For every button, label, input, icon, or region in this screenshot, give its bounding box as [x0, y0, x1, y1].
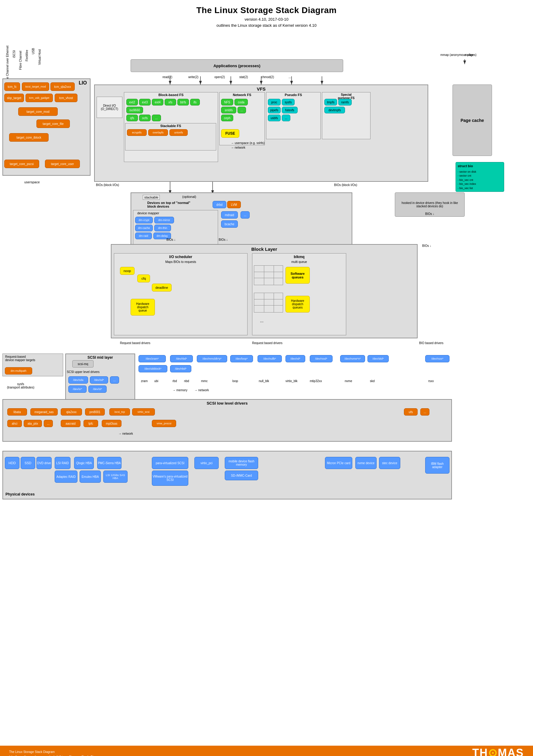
dm-mirror-box: dm-mirror	[154, 217, 174, 224]
target-core-mod-box: target_core_mod	[18, 107, 58, 116]
io-scheduler-section: I/O scheduler Maps BIOs to requests	[114, 253, 247, 335]
btrfs-box: btrfs	[177, 99, 189, 105]
hw-dispatch-box2: Hardwaredispatchqueues	[286, 296, 310, 312]
dev-rssd-box: /dev/rssd*	[310, 355, 333, 362]
maps-bios-label: Maps BIOs to requests	[165, 260, 196, 263]
sysfs-box: sysfs	[282, 99, 294, 105]
memory-label: → memory	[172, 389, 188, 392]
footer-logo: TH⊙MASKRENN®	[472, 746, 524, 756]
futexfs-box: futexfs	[282, 107, 298, 113]
ext3-box: ext3	[139, 99, 151, 105]
virtio-pci-box: virtio_pci	[194, 457, 219, 469]
malloc-label: malloc	[465, 53, 473, 57]
tcm-fc-box: tcm_fc	[4, 82, 20, 91]
footer: The Linux Storage Stack Diagram http://w…	[0, 746, 533, 756]
virtual-host-label: Virtual Host	[37, 40, 42, 74]
pm8001-box: pm8001	[85, 408, 105, 416]
ext4-box: ext4	[152, 99, 164, 105]
dots-blkmq: ...	[260, 318, 264, 323]
ssd-box: SSD	[21, 457, 35, 469]
footer-text: The Linux Storage Stack Diagram http://w…	[9, 750, 111, 756]
ocfs-box: ocfs	[139, 115, 151, 121]
ceph-box: ceph	[221, 115, 233, 121]
nvme-device-box: nvme device	[355, 457, 377, 469]
ahci-box: ahci	[7, 420, 22, 427]
dots-pseudo-box: ...	[282, 115, 290, 121]
dev-rsxx-box: /dev/rsxx*	[425, 355, 449, 362]
iscsi-label: iSCSI	[11, 40, 17, 68]
mtip32xx-label: mtip32xx	[310, 379, 322, 383]
physical-devices-label: Physical devices	[6, 492, 35, 497]
devices-on-top-label: Devices on top of "normal"block devices	[147, 201, 190, 208]
usbfs-box: usbfs	[268, 115, 281, 121]
bcache-box: bcache	[221, 220, 238, 228]
skd-label: skd	[370, 379, 375, 383]
sw-queues-box: Softwarequeues	[286, 267, 310, 284]
fuse-box: FUSE	[221, 129, 239, 138]
scsi-mid-label: SCSI mid layer	[88, 355, 113, 360]
page-cache-box: Page cache	[452, 85, 492, 156]
dvd-drive-box: DVD drive	[37, 457, 52, 469]
dev-nvme-box: /dev/nvme*n*	[340, 355, 365, 362]
qla2xxx-box: qla2xxx	[61, 408, 82, 416]
io-scheduler-label: I/O scheduler	[169, 255, 192, 259]
stec-device-box: stec device	[379, 457, 400, 469]
overlayfs-box: overlayfs	[148, 129, 168, 136]
dev-sd-star-box: /dev/sd*	[90, 376, 108, 384]
optional-label: (optional)	[182, 195, 196, 199]
dots-fs-box: ...	[152, 115, 161, 121]
unionfs-box: unionfs	[169, 129, 188, 136]
target-core-iblock-box: target_core_iblock	[9, 133, 49, 142]
para-virt-scsi-box: para-virtualized SCSI	[152, 457, 188, 469]
qfs-box: qfs	[126, 115, 138, 121]
fibre-channel-label: Fibre Channel	[17, 40, 23, 80]
rbd-label: rbd	[172, 379, 177, 383]
dots-stacked-box: ...	[241, 211, 250, 219]
ata-piix-box: ata_piix	[24, 420, 42, 427]
dev-rbd-box: /dev/rbd*	[170, 355, 193, 362]
bios-label-left: BIOs (block I/Os)	[96, 183, 119, 187]
dev-nullb-box: /dev/nullb*	[258, 355, 282, 362]
lvm-box: LVM	[227, 201, 241, 208]
page-title: The Linux Storage Stack Diagram	[0, 0, 533, 15]
ecryptfs-box: ecryptfs	[127, 129, 147, 136]
smbfs-box: smbfs	[221, 107, 236, 113]
mobile-flash-box: mobile device flash memory	[225, 457, 258, 469]
dev-skd-box: /dev/skd*	[368, 355, 389, 362]
nfs-box: NFS	[221, 99, 233, 105]
adaptec-raid-box: Adaptec RAID	[55, 471, 77, 483]
loop-label: loop	[232, 379, 238, 383]
virtio-scsi-box: virtio_scsi	[132, 408, 155, 416]
target-core-user-box: target_core_user	[45, 160, 80, 168]
tmpfs-box: tmpfs	[324, 99, 337, 105]
dev-nbd-box: /dev/nbd*	[170, 365, 191, 372]
pmc-sierra-hba-box: PMC-Sierra HBA	[97, 457, 121, 469]
struct-bio-box: struct bio - sector on disk - sector cnt…	[456, 162, 504, 192]
dots-net-box: ...	[238, 107, 246, 113]
network-label2: → network	[118, 432, 133, 435]
hw-dispatch-box1: Hardwaredispatchqueue	[131, 299, 155, 315]
req-based-drivers1: Request based drivers	[120, 341, 150, 345]
zram-label: zram	[141, 379, 148, 383]
iso9660-box: iso9660	[126, 107, 143, 113]
deadline-box: deadline	[152, 284, 172, 291]
bios-label-right: BIOs (block I/Os)	[334, 183, 357, 187]
tcm-qla2xxx-box: tcm_qla2xxx	[50, 82, 75, 91]
network-label: → network	[194, 389, 209, 392]
dev-sr-star-box: /dev/sr*	[68, 386, 87, 393]
dm-multipath-box: dm-multipath	[5, 367, 32, 374]
dev-sda-box: /dev/sda	[68, 376, 88, 384]
proc-box: proc	[268, 99, 281, 105]
dm-thin-box: dm-thin	[154, 225, 171, 231]
scsi-upper-label: SCSI upper level drivers	[67, 370, 100, 374]
blkmq-label: blkmq	[294, 255, 304, 259]
micron-pcie-box: Micron PCIe card	[325, 457, 352, 469]
dots-low-box: ...	[420, 408, 429, 416]
mpt3sas-box: mpt3sas	[102, 420, 121, 427]
aacraid-box: aacraid	[61, 420, 81, 427]
applications-box: Applications (processes)	[131, 59, 343, 72]
devtmpfs-box: devtmpfs	[324, 107, 345, 113]
usb-label: USB	[30, 40, 36, 62]
vmwares-scsi-box: VMware's para-virtualized SCSI	[152, 471, 188, 486]
read2-label: read(2)	[163, 75, 172, 79]
